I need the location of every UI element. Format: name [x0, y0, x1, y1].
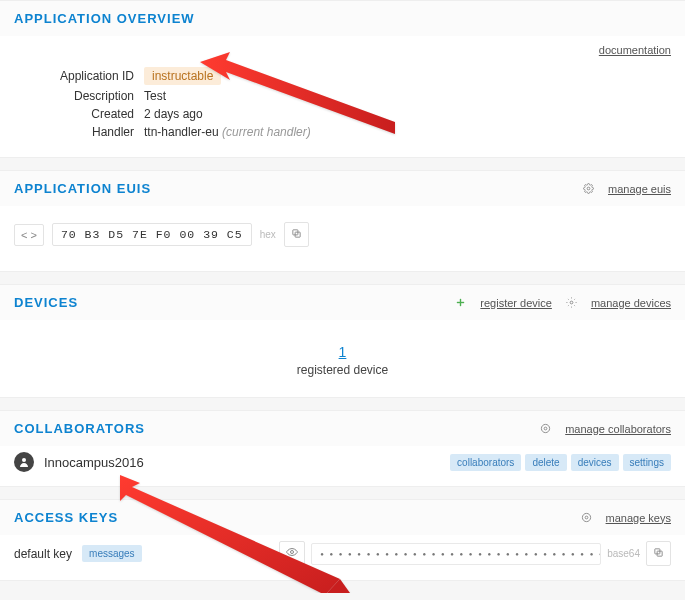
section-devices: DEVICES register device manage devices 1… — [0, 284, 685, 398]
section-collaborators: COLLABORATORS manage collaborators Innoc… — [0, 410, 685, 487]
svg-point-7 — [542, 424, 550, 432]
row-app-id: Application ID instructable — [14, 67, 671, 85]
devices-body: 1 registered device — [0, 320, 685, 397]
key-right-tag: messages — [82, 545, 142, 562]
euis-actions: manage euis — [583, 183, 671, 195]
key-field-wrap: ● ● ● ● ● ● ● ● ● ● ● ● ● ● ● ● ● ● ● ● … — [152, 541, 671, 566]
overview-body: Application ID instructable Description … — [0, 57, 685, 157]
documentation-link[interactable]: documentation — [599, 44, 671, 56]
section-header-overview: APPLICATION OVERVIEW — [0, 1, 685, 36]
euis-body: < > 70 B3 D5 7E F0 00 39 C5 hex — [0, 206, 685, 271]
collaborator-left: Innocampus2016 — [14, 452, 144, 472]
row-created: Created 2 days ago — [14, 107, 671, 121]
handler-suffix: (current handler) — [222, 125, 311, 139]
app-id-badge: instructable — [144, 67, 221, 85]
collaborators-actions: manage collaborators — [540, 423, 671, 435]
devices-title: DEVICES — [14, 295, 78, 310]
collaborator-row: Innocampus2016 collaborators delete devi… — [0, 446, 685, 486]
overview-title: APPLICATION OVERVIEW — [14, 11, 195, 26]
section-header-access-keys: ACCESS KEYS manage keys — [0, 500, 685, 535]
section-header-collaborators: COLLABORATORS manage collaborators — [0, 411, 685, 446]
value-description: Test — [144, 89, 166, 103]
label-created: Created — [14, 107, 144, 121]
collaborator-username[interactable]: Innocampus2016 — [44, 455, 144, 470]
eui-row: < > 70 B3 D5 7E F0 00 39 C5 hex — [14, 222, 671, 247]
page-root: APPLICATION OVERVIEW documentation Appli… — [0, 0, 685, 581]
svg-point-5 — [570, 301, 573, 304]
access-keys-title: ACCESS KEYS — [14, 510, 118, 525]
copy-icon[interactable] — [646, 541, 671, 566]
section-access-keys: ACCESS KEYS manage keys default key mess… — [0, 499, 685, 581]
svg-point-8 — [22, 458, 26, 462]
right-tag: collaborators — [450, 454, 521, 471]
value-app-id: instructable — [144, 67, 221, 85]
devices-count-link[interactable]: 1 — [0, 344, 685, 360]
copy-icon[interactable] — [284, 222, 309, 247]
row-description: Description Test — [14, 89, 671, 103]
collaborator-rights: collaborators delete devices settings — [450, 454, 671, 471]
access-key-left: default key messages — [14, 545, 142, 562]
eui-value: 70 B3 D5 7E F0 00 39 C5 — [52, 223, 252, 246]
gear-icon — [566, 297, 577, 308]
manage-euis-link[interactable]: manage euis — [608, 183, 671, 195]
key-encoding-label: base64 — [607, 548, 640, 559]
manage-devices-link[interactable]: manage devices — [591, 297, 671, 309]
right-tag: delete — [525, 454, 566, 471]
eui-encoding-label: hex — [260, 229, 276, 240]
svg-point-0 — [587, 187, 590, 190]
section-application-euis: APPLICATION EUIS manage euis < > 70 B3 D… — [0, 170, 685, 272]
key-masked-value: ● ● ● ● ● ● ● ● ● ● ● ● ● ● ● ● ● ● ● ● … — [311, 543, 601, 565]
gear-icon — [540, 423, 551, 434]
section-application-overview: APPLICATION OVERVIEW documentation Appli… — [0, 0, 685, 158]
row-handler: Handler ttn-handler-eu (current handler) — [14, 125, 671, 139]
svg-point-11 — [291, 551, 294, 554]
plus-icon — [455, 297, 466, 308]
handler-value: ttn-handler-eu — [144, 125, 219, 139]
svg-point-10 — [582, 513, 590, 521]
value-created: 2 days ago — [144, 107, 203, 121]
svg-point-9 — [585, 516, 588, 519]
manage-collaborators-link[interactable]: manage collaborators — [565, 423, 671, 435]
devices-count-label: registered device — [0, 363, 685, 377]
collaborators-title: COLLABORATORS — [14, 421, 145, 436]
devices-actions: register device manage devices — [455, 297, 671, 309]
svg-point-6 — [544, 427, 547, 430]
value-handler: ttn-handler-eu (current handler) — [144, 125, 311, 139]
eui-format-toggle[interactable]: < > — [14, 224, 44, 246]
gear-icon — [583, 183, 594, 194]
label-app-id: Application ID — [14, 69, 144, 83]
section-header-euis: APPLICATION EUIS manage euis — [0, 171, 685, 206]
access-keys-actions: manage keys — [581, 512, 671, 524]
key-name[interactable]: default key — [14, 547, 72, 561]
eye-icon[interactable] — [279, 541, 305, 566]
svg-marker-16 — [325, 579, 350, 593]
label-handler: Handler — [14, 125, 144, 139]
manage-keys-link[interactable]: manage keys — [606, 512, 671, 524]
section-header-devices: DEVICES register device manage devices — [0, 285, 685, 320]
access-key-row: default key messages ● ● ● ● ● ● ● ● ● ●… — [0, 535, 685, 580]
gear-icon — [581, 512, 592, 523]
register-device-link[interactable]: register device — [480, 297, 552, 309]
euis-title: APPLICATION EUIS — [14, 181, 151, 196]
documentation-link-row: documentation — [0, 36, 685, 57]
label-description: Description — [14, 89, 144, 103]
right-tag: settings — [623, 454, 671, 471]
right-tag: devices — [571, 454, 619, 471]
avatar-icon — [14, 452, 34, 472]
